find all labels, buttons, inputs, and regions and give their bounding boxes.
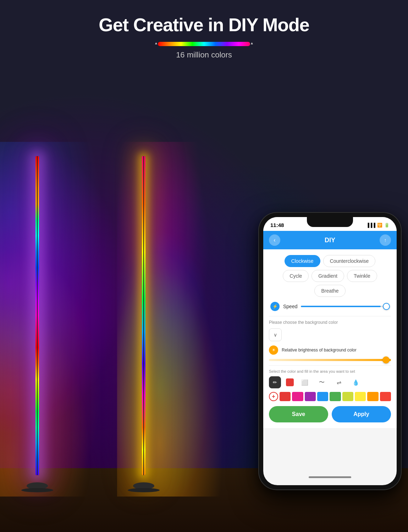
brightness-slider-thumb[interactable] <box>382 356 390 364</box>
eraser-icon: ⬜ <box>301 379 308 386</box>
palette-color-4[interactable] <box>317 392 328 401</box>
mode-gradient-button[interactable]: Gradient <box>311 270 344 282</box>
select-color-label: Select the color and fill in the area yo… <box>269 369 391 373</box>
page-title: Get Creative in DIY Mode <box>0 14 408 35</box>
wave-icon: 〜 <box>319 379 325 386</box>
phone-body: 11:48 ▐▐▐ 🛜 🔋 ‹ DIY ↑ <box>259 213 401 489</box>
drop-tool-button[interactable]: 💧 <box>350 376 362 388</box>
mode-counterclockwise-button[interactable]: Counterclockwise <box>323 255 376 267</box>
palette-color-2[interactable] <box>292 392 303 401</box>
palette-color-1[interactable] <box>280 392 291 401</box>
lamp-right-pole <box>143 156 144 475</box>
speed-label: Speed <box>283 304 297 309</box>
lamp-left-pole <box>37 156 38 475</box>
battery-icon: 🔋 <box>384 223 390 228</box>
status-time: 11:48 <box>270 222 284 228</box>
lamp-left-base <box>27 482 48 489</box>
drop-icon: 💧 <box>352 379 359 386</box>
million-colors-label: 16 million colors <box>176 50 232 60</box>
palette-color-9[interactable] <box>380 392 391 401</box>
wave-tool-button[interactable]: 〜 <box>316 376 328 388</box>
back-button[interactable]: ‹ <box>269 234 280 246</box>
brightness-row: ☀ Relative brightness of background colo… <box>269 345 391 355</box>
palette-color-8[interactable] <box>367 392 378 401</box>
divider-1 <box>269 316 391 316</box>
bottom-buttons: Save Apply <box>269 406 391 422</box>
eraser-tool-button[interactable]: ⬜ <box>299 376 311 388</box>
lamp-left <box>35 156 39 475</box>
speed-row: ⚡ Speed <box>269 302 391 311</box>
app-title: DIY <box>325 237 335 244</box>
phone-home-indicator <box>309 476 351 478</box>
tool-row: ✏ ⬜ 〜 ⇌ 💧 <box>269 376 391 388</box>
phone-notch <box>307 217 353 227</box>
status-icons: ▐▐▐ 🛜 🔋 <box>366 223 390 228</box>
palette-color-6[interactable] <box>342 392 353 401</box>
gradient-tool-button[interactable]: ⇌ <box>333 376 345 388</box>
divider-2 <box>269 365 391 366</box>
signal-icon: ▐▐▐ <box>366 223 375 228</box>
mode-row-1: Clockwise Counterclockwise <box>269 255 391 267</box>
color-bar-wrapper: 16 million colors <box>0 42 408 60</box>
save-button[interactable]: Save <box>269 406 328 422</box>
app-header: ‹ DIY ↑ <box>263 231 397 249</box>
brightness-slider[interactable] <box>269 359 391 361</box>
speed-slider-thumb[interactable] <box>383 303 390 310</box>
color-swatch-red[interactable] <box>286 378 294 386</box>
dropdown-chevron-icon: ∨ <box>274 332 277 338</box>
mode-row-2: Cycle Gradient Twinkle <box>269 270 391 282</box>
palette-row: + <box>269 392 391 401</box>
pencil-icon: ✏ <box>273 379 277 385</box>
palette-color-7[interactable] <box>355 392 366 401</box>
brightness-icon: ☀ <box>269 345 278 355</box>
app-content: Clockwise Counterclockwise Cycle Gradien… <box>263 249 397 428</box>
lamp-right <box>142 156 145 475</box>
mode-row-3: Breathe <box>269 285 391 297</box>
brightness-label: Relative brightness of background color <box>282 348 391 353</box>
pencil-tool-button[interactable]: ✏ <box>269 376 281 388</box>
share-icon: ↑ <box>384 237 386 243</box>
share-button[interactable]: ↑ <box>380 234 391 246</box>
speed-slider-fill <box>301 306 381 307</box>
palette-color-3[interactable] <box>305 392 316 401</box>
mode-twinkle-button[interactable]: Twinkle <box>347 270 377 282</box>
palette-color-5[interactable] <box>330 392 341 401</box>
speed-slider[interactable] <box>301 306 390 307</box>
phone-screen: 11:48 ▐▐▐ 🛜 🔋 ‹ DIY ↑ <box>263 217 397 485</box>
mode-cycle-button[interactable]: Cycle <box>283 270 309 282</box>
header: Get Creative in DIY Mode 16 million colo… <box>0 14 408 60</box>
bg-color-dropdown[interactable]: ∨ <box>269 328 282 341</box>
speed-icon: ⚡ <box>270 302 280 311</box>
mode-clockwise-button[interactable]: Clockwise <box>285 255 320 267</box>
bg-color-label: Please choose the background color <box>269 320 391 325</box>
color-bar <box>158 42 250 46</box>
apply-button[interactable]: Apply <box>332 406 391 422</box>
lamp-right-base <box>133 482 154 489</box>
palette-add-button[interactable]: + <box>269 392 278 401</box>
mode-breathe-button[interactable]: Breathe <box>314 285 345 297</box>
phone-container: 11:48 ▐▐▐ 🛜 🔋 ‹ DIY ↑ <box>259 213 401 489</box>
back-icon: ‹ <box>274 237 275 243</box>
gradient-icon: ⇌ <box>337 379 341 386</box>
wifi-icon: 🛜 <box>377 223 382 228</box>
